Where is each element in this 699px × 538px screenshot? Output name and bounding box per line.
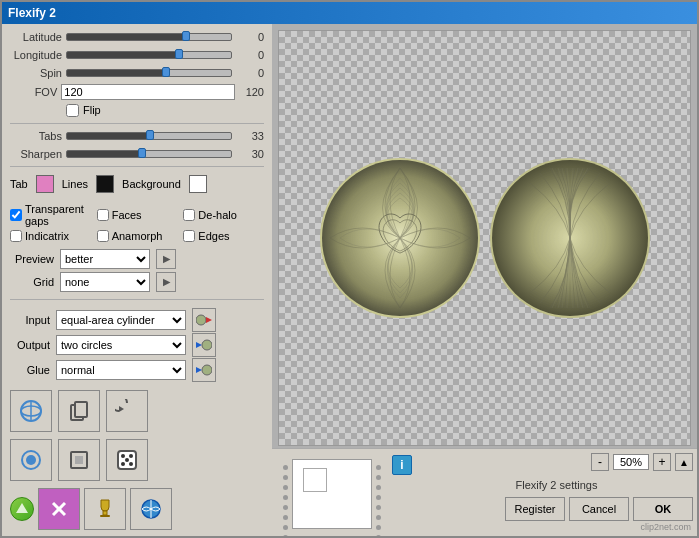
fov-input[interactable]: [61, 84, 234, 100]
spin-row: Spin 0: [10, 66, 264, 81]
indicatrix-cb[interactable]: [10, 230, 22, 242]
flip-label: Flip: [83, 104, 101, 116]
faces-cb[interactable]: [97, 209, 109, 221]
tab-color-btn[interactable]: [36, 175, 54, 193]
cancel-button[interactable]: Cancel: [569, 497, 629, 521]
dice-btn[interactable]: [106, 439, 148, 481]
expand-btn[interactable]: ▲: [675, 453, 693, 471]
dot: [376, 505, 381, 510]
de-halo-label: De-halo: [198, 209, 237, 221]
tabs-row: Tabs 33: [10, 129, 264, 144]
longitude-thumb[interactable]: [175, 49, 183, 59]
svg-marker-22: [16, 503, 28, 513]
grid-select[interactable]: none small medium large: [60, 272, 150, 292]
svg-point-18: [129, 454, 133, 458]
preview-select[interactable]: better good draft: [60, 249, 150, 269]
longitude-label: Longitude: [10, 49, 62, 61]
dot: [283, 495, 288, 500]
faces-item: Faces: [97, 203, 178, 227]
dot: [283, 525, 288, 530]
input-row: Input equal-area cylinder equirectangula…: [10, 309, 264, 331]
minimap-box[interactable]: [292, 459, 372, 529]
anamorph-item: Anamorph: [97, 230, 178, 242]
window-title: Flexify 2: [8, 6, 56, 20]
info-button[interactable]: i: [392, 455, 412, 475]
spin-value: 0: [236, 67, 264, 79]
lines-color-label: Lines: [62, 178, 88, 190]
logo-icon[interactable]: [10, 497, 34, 521]
output-select[interactable]: two circles single circle panorama: [56, 335, 186, 355]
glue-select[interactable]: normal add subtract: [56, 360, 186, 380]
edges-label: Edges: [198, 230, 229, 242]
output-action-btn[interactable]: [192, 333, 216, 357]
tabs-thumb[interactable]: [146, 130, 154, 140]
tabs-slider[interactable]: [66, 132, 232, 140]
spin-thumb[interactable]: [162, 67, 170, 77]
svg-point-20: [121, 462, 125, 466]
edges-cb[interactable]: [183, 230, 195, 242]
sharpen-slider[interactable]: [66, 150, 232, 158]
record-btn[interactable]: [10, 439, 52, 481]
canvas-area: i - 50% + ▲ Flexify 2 settings Register …: [272, 24, 697, 536]
copy-btn[interactable]: [58, 390, 100, 432]
input-action-btn[interactable]: [192, 308, 216, 332]
latitude-row: Latitude 0: [10, 30, 264, 45]
flip-checkbox[interactable]: [66, 104, 79, 117]
watermark: clip2net.com: [640, 522, 691, 532]
tool-buttons-row1: [10, 390, 264, 432]
globe-btn[interactable]: [130, 488, 172, 530]
anamorph-cb[interactable]: [97, 230, 109, 242]
reset-btn[interactable]: [106, 390, 148, 432]
spin-slider[interactable]: [66, 69, 232, 77]
input-select[interactable]: equal-area cylinder equirectangular fish…: [56, 310, 186, 330]
info-text: Flexify 2 settings: [416, 479, 697, 491]
zoom-plus-btn[interactable]: +: [653, 453, 671, 471]
sharpen-thumb[interactable]: [138, 148, 146, 158]
sphere-btn[interactable]: [10, 390, 52, 432]
last-row: [10, 488, 264, 530]
longitude-slider[interactable]: [66, 51, 232, 59]
tabs-label: Tabs: [10, 130, 62, 142]
dot: [376, 465, 381, 470]
grid-set-btn[interactable]: ▶: [156, 272, 176, 292]
dot: [283, 465, 288, 470]
svg-rect-10: [75, 402, 87, 417]
action-buttons: Register Cancel OK: [416, 491, 697, 525]
transparent-gaps-cb[interactable]: [10, 209, 22, 221]
dot: [283, 535, 288, 536]
transparent-gaps-label: Transparent gaps: [25, 203, 91, 227]
de-halo-cb[interactable]: [183, 209, 195, 221]
info-btn-area: i: [392, 449, 416, 536]
dot: [376, 525, 381, 530]
transparent-gaps-item: Transparent gaps: [10, 203, 91, 227]
grid-row: Grid none small medium large ▶: [10, 272, 264, 292]
spacer1: [154, 390, 198, 432]
square-btn[interactable]: [58, 439, 100, 481]
minimap-inner: [303, 468, 327, 492]
register-button[interactable]: Register: [505, 497, 565, 521]
preview-set-btn[interactable]: ▶: [156, 249, 176, 269]
edges-item: Edges: [183, 230, 264, 242]
zoom-minus-btn[interactable]: -: [591, 453, 609, 471]
dot: [283, 475, 288, 480]
cross-btn[interactable]: [38, 488, 80, 530]
latitude-thumb[interactable]: [182, 31, 190, 41]
lines-color-btn[interactable]: [96, 175, 114, 193]
background-color-btn[interactable]: [189, 175, 207, 193]
tab-color-label: Tab: [10, 178, 28, 190]
glue-action-btn[interactable]: [192, 358, 216, 382]
svg-marker-4: [196, 367, 202, 373]
latitude-slider[interactable]: [66, 33, 232, 41]
sharpen-label: Sharpen: [10, 148, 62, 160]
svg-point-0: [196, 315, 206, 325]
svg-marker-11: [119, 406, 124, 412]
indicatrix-item: Indicatrix: [10, 230, 91, 242]
trophy-btn[interactable]: [84, 488, 126, 530]
input-label: Input: [10, 314, 50, 326]
spin-label: Spin: [10, 67, 62, 79]
svg-marker-2: [196, 342, 202, 348]
faces-label: Faces: [112, 209, 142, 221]
ok-button[interactable]: OK: [633, 497, 693, 521]
dot: [376, 535, 381, 536]
longitude-row: Longitude 0: [10, 48, 264, 63]
